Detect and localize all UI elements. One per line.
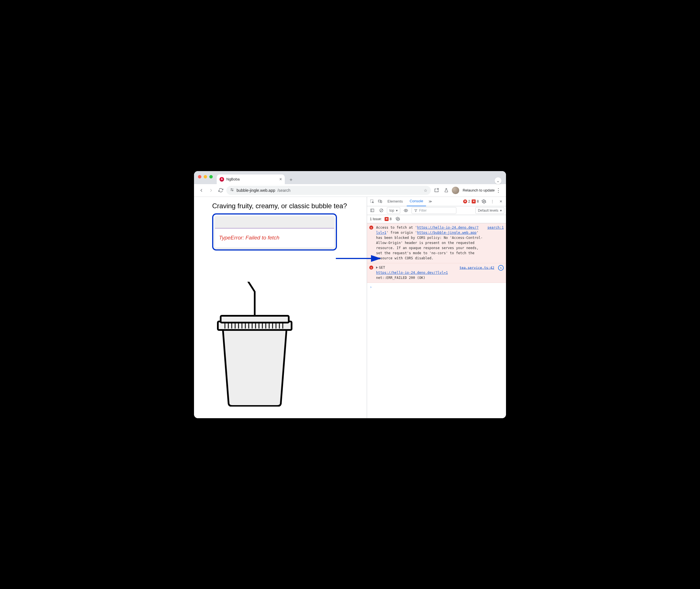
tab-elements[interactable]: Elements [385,197,406,206]
console-sidebar-icon[interactable] [369,207,376,214]
device-toolbar-icon[interactable] [377,198,384,205]
console-toolbar: top ▾ Filter Default levels ▾ [367,206,506,215]
url-path: /search [277,188,290,193]
annotation-arrow-icon [335,251,384,265]
request-url-link[interactable]: https://hello-io-24.deno.dev/?lvl=1 [376,271,448,275]
search-input[interactable] [215,216,334,228]
chevron-down-icon: ▾ [500,209,502,212]
error-origin-link[interactable]: https://bubble-jingle.web.app [417,231,477,235]
svg-rect-28 [381,201,382,203]
filter-placeholder: Filter [419,209,427,212]
page-viewport: Craving fruity, creamy, or classic bubbl… [194,197,367,418]
devtools-panel: Elements Console ≫ ✕ 2 ✕ 8 ⋮ [367,197,506,418]
console-error-row[interactable]: ✕ GEThttps://hello-io-24.deno.dev/?lvl=1… [367,263,506,283]
warning-count: 8 [477,199,479,203]
error-source-link[interactable]: search:1 [487,225,504,261]
issues-label: 1 Issue: [370,217,382,221]
devtools-close-icon[interactable]: ✕ [497,198,504,205]
bookmark-star-icon[interactable]: ☆ [424,188,427,193]
error-source-link[interactable]: tea.service.ts:42 [459,265,494,269]
maximize-window[interactable] [209,175,213,178]
console-prompt[interactable]: › [367,283,506,291]
cors-error-message: Access to fetch at 'https://hello-io-24.… [376,225,485,261]
window-menu-icon[interactable]: ⌄ [495,177,501,184]
inspect-element-icon[interactable] [369,198,376,205]
url-host: bubble-jingle.web.app [237,188,275,193]
bubble-tea-cup-illustration [212,282,297,407]
browser-window: A NgBoba × + ⌄ bubble-jingle.web.app/sea… [194,171,506,418]
back-button[interactable] [197,186,205,194]
issues-bar: 1 Issue: ✕ 8 [367,215,506,223]
tab-title: NgBoba [226,177,240,181]
relaunch-label: Relaunch to update [463,188,495,192]
console-log: ✕ Access to fetch at 'https://hello-io-2… [367,223,506,291]
content-area: Craving fruity, creamy, or classic bubbl… [194,197,506,418]
page-heading: Craving fruity, creamy, or classic bubbl… [212,202,362,210]
log-levels-selector[interactable]: Default levels ▾ [475,207,504,214]
minimize-window[interactable] [204,175,207,178]
window-controls [198,175,213,178]
svg-line-33 [380,209,382,212]
svg-point-35 [397,218,399,220]
client-error-text: TypeError: Failed to fetch [215,228,334,248]
devtools-settings-icon[interactable] [480,198,487,205]
levels-label: Default levels [478,209,498,212]
svg-point-29 [483,201,484,202]
tab-strip: A NgBoba × + ⌄ [194,171,506,184]
reload-button[interactable] [217,186,225,194]
svg-point-4 [437,189,438,190]
svg-point-34 [405,210,407,211]
disclosure-triangle-icon[interactable] [376,266,378,269]
error-count-badge[interactable]: ✕ 2 [463,199,470,203]
issue-dot-icon: ✕ [385,217,389,221]
angular-favicon-icon: A [220,177,224,182]
profile-avatar[interactable] [452,187,459,194]
search-card-highlight: TypeError: Failed to fetch [212,213,337,250]
forward-button[interactable] [207,186,215,194]
svg-rect-27 [378,200,381,202]
error-dot-icon: ✕ [463,199,467,203]
tab-console[interactable]: Console [407,197,426,206]
svg-point-2 [231,189,232,190]
console-error-row[interactable]: ✕ Access to fetch at 'https://hello-io-2… [367,223,506,263]
new-tab-button[interactable]: + [287,176,295,184]
context-label: top [390,209,394,212]
live-expression-icon[interactable] [403,207,409,214]
svg-rect-30 [371,209,374,212]
warning-dot-icon: ✕ [472,199,476,203]
relaunch-button[interactable]: Relaunch to update ⋮ [461,187,503,194]
issues-count-badge[interactable]: ✕ 8 [385,217,392,221]
address-bar[interactable]: bubble-jingle.web.app/search ☆ [226,186,431,195]
filter-icon [414,209,418,212]
labs-icon[interactable] [442,186,450,194]
console-filter-input[interactable]: Filter [412,207,456,214]
extensions-icon[interactable] [433,186,441,194]
devtools-tabbar: Elements Console ≫ ✕ 2 ✕ 8 ⋮ [367,197,506,206]
clear-console-icon[interactable] [378,207,385,214]
svg-rect-7 [221,316,289,323]
issues-count: 8 [390,217,392,221]
browser-tab[interactable]: A NgBoba × [217,175,285,184]
devtools-menu-icon[interactable]: ⋮ [489,198,496,205]
issues-settings-icon[interactable] [395,216,401,222]
chevron-down-icon: ▾ [396,209,398,212]
error-icon: ✕ [369,265,373,269]
error-count: 2 [468,199,470,203]
site-settings-icon[interactable] [230,188,234,193]
close-window[interactable] [198,175,201,178]
search-card: TypeError: Failed to fetch [215,216,334,248]
svg-point-3 [232,190,233,191]
warning-count-badge[interactable]: ✕ 8 [472,199,479,203]
context-selector[interactable]: top ▾ [387,207,400,214]
close-tab-icon[interactable]: × [279,177,282,182]
browser-toolbar: bubble-jingle.web.app/search ☆ Relaunch … [194,184,506,197]
network-error-message: GEThttps://hello-io-24.deno.dev/?lvl=1 n… [376,265,457,280]
error-icon: ✕ [369,226,373,229]
more-tabs-icon[interactable]: ≫ [427,198,434,205]
replay-xhr-icon[interactable]: ↻ [498,265,504,271]
